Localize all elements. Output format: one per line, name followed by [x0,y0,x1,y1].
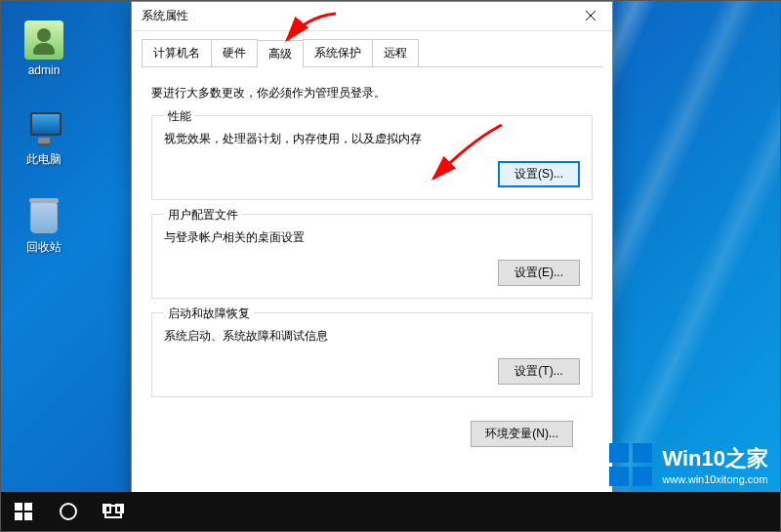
environment-variables-button[interactable]: 环境变量(N)... [471,421,573,447]
group-startup-recovery: 启动和故障恢复 系统启动、系统故障和调试信息 设置(T)... [151,312,593,397]
task-view-button[interactable] [91,492,136,531]
group-desc: 视觉效果，处理器计划，内存使用，以及虚拟内存 [164,131,580,147]
startup-recovery-settings-button[interactable]: 设置(T)... [498,358,580,385]
watermark: Win10之家 www.win10xitong.com [609,443,768,486]
system-properties-dialog: 系统属性 计算机名 硬件 高级 系统保护 远程 要进行大多数更改，你必须作为管理… [131,1,613,512]
intro-text: 要进行大多数更改，你必须作为管理员登录。 [151,85,593,102]
windows-icon [15,503,32,520]
dialog-body: 要进行大多数更改，你必须作为管理员登录。 性能 视觉效果，处理器计划，内存使用，… [132,67,612,457]
recycle-bin-icon [24,196,63,235]
group-performance: 性能 视觉效果，处理器计划，内存使用，以及虚拟内存 设置(S)... [151,115,593,200]
desktop-icon-recycle-bin[interactable]: 回收站 [9,196,79,256]
cortana-icon [60,503,77,520]
desktop-icon-admin[interactable]: admin [9,20,79,77]
start-button[interactable] [1,492,46,531]
user-profiles-settings-button[interactable]: 设置(E)... [498,260,580,286]
taskbar [1,492,780,531]
group-legend: 用户配置文件 [164,207,242,224]
tab-hardware[interactable]: 硬件 [211,39,258,66]
user-folder-icon [24,20,63,60]
tab-system-protection[interactable]: 系统保护 [303,39,373,66]
group-desc: 与登录帐户相关的桌面设置 [164,229,580,246]
group-legend: 启动和故障恢复 [164,306,254,322]
group-legend: 性能 [164,108,195,125]
desktop-icon-label: 回收站 [9,239,79,256]
desktop-icon-label: admin [9,63,79,77]
tab-remote[interactable]: 远程 [372,39,419,66]
dialog-footer: 环境变量(N)... [151,411,593,447]
group-user-profiles: 用户配置文件 与登录帐户相关的桌面设置 设置(E)... [151,214,593,299]
performance-settings-button[interactable]: 设置(S)... [498,161,580,187]
computer-icon [24,108,63,147]
close-icon [585,10,596,21]
task-view-icon [104,505,122,518]
cortana-button[interactable] [46,492,91,531]
titlebar[interactable]: 系统属性 [132,2,612,31]
windows-logo-icon [609,443,652,486]
desktop-icon-this-pc[interactable]: 此电脑 [9,108,79,168]
tab-strip: 计算机名 硬件 高级 系统保护 远程 [142,39,602,67]
tab-computer-name[interactable]: 计算机名 [142,39,212,66]
watermark-url: www.win10xitong.com [662,473,768,485]
watermark-title: Win10之家 [662,444,768,473]
close-button[interactable] [569,3,612,30]
desktop-icon-label: 此电脑 [9,151,79,168]
window-title: 系统属性 [142,8,569,24]
tab-advanced[interactable]: 高级 [257,40,304,67]
group-desc: 系统启动、系统故障和调试信息 [164,328,580,345]
